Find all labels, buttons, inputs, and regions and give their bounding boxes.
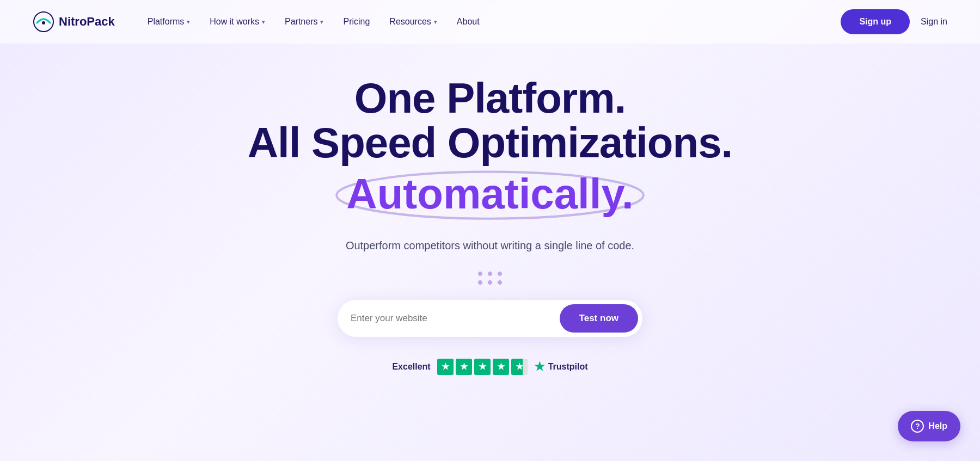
dot	[487, 279, 493, 285]
trustpilot-rating-label: Excellent	[392, 362, 430, 372]
dot	[497, 279, 503, 285]
hero-subtitle: Outperform competitors without writing a…	[346, 239, 634, 252]
logo-text: NitroPack	[59, 15, 115, 29]
website-search-bar: Test now	[338, 300, 642, 337]
chevron-down-icon: ▾	[434, 19, 437, 26]
star-5-half: ★	[511, 359, 528, 375]
star-1: ★	[437, 359, 454, 375]
trustpilot-logo: ★ Trustpilot	[534, 360, 588, 374]
test-now-button[interactable]: Test now	[560, 304, 638, 333]
hero-auto-text: Automatically.	[346, 170, 633, 218]
trustpilot-icon: ★	[534, 360, 545, 374]
navbar: NitroPack Platforms ▾ How it works ▾ Par…	[0, 0, 980, 44]
chevron-down-icon: ▾	[187, 19, 190, 26]
signin-button[interactable]: Sign in	[921, 17, 947, 27]
nav-item-resources[interactable]: Resources ▾	[389, 17, 437, 27]
dot	[477, 279, 483, 285]
dot	[487, 271, 493, 276]
help-button[interactable]: ? Help	[898, 411, 960, 441]
star-4: ★	[493, 359, 509, 375]
svg-point-1	[42, 21, 45, 24]
nav-links: Platforms ▾ How it works ▾ Partners ▾ Pr…	[148, 17, 841, 27]
nav-item-pricing[interactable]: Pricing	[343, 17, 370, 27]
website-input[interactable]	[351, 313, 560, 324]
nav-item-partners[interactable]: Partners ▾	[285, 17, 323, 27]
hero-section: One Platform. All Speed Optimizations. A…	[0, 44, 980, 397]
help-circle-icon: ?	[911, 420, 924, 433]
trustpilot-row: Excellent ★ ★ ★ ★ ★ ★ Trustpilot	[392, 359, 587, 375]
chevron-down-icon: ▾	[262, 19, 265, 26]
chevron-dots-decoration	[478, 272, 502, 285]
nav-item-platforms[interactable]: Platforms ▾	[148, 17, 191, 27]
nav-actions: Sign up Sign in	[841, 9, 947, 34]
trustpilot-name: Trustpilot	[548, 362, 588, 372]
dot	[477, 271, 483, 276]
hero-line1: One Platform. All Speed Optimizations.	[248, 76, 732, 165]
signup-button[interactable]: Sign up	[841, 9, 910, 34]
trustpilot-stars: ★ ★ ★ ★ ★	[437, 359, 528, 375]
nav-item-about[interactable]: About	[457, 17, 480, 27]
hero-auto-wrap: Automatically.	[346, 171, 633, 218]
star-2: ★	[456, 359, 472, 375]
chevron-down-icon: ▾	[320, 19, 323, 26]
nav-item-how-it-works[interactable]: How it works ▾	[210, 17, 265, 27]
help-label: Help	[928, 421, 947, 431]
logo[interactable]: NitroPack	[33, 11, 115, 33]
star-3: ★	[474, 359, 491, 375]
dot	[497, 271, 503, 276]
